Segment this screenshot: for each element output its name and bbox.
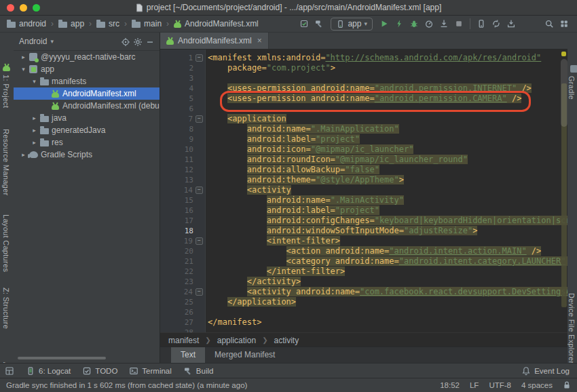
status-widget[interactable]: 18:52: [440, 381, 460, 389]
tree-item-manifests[interactable]: ▾manifests: [14, 75, 160, 87]
breadcrumb-item[interactable]: main: [130, 18, 163, 29]
fold-icon[interactable]: −: [196, 237, 203, 245]
search-icon[interactable]: [542, 17, 557, 31]
tree-item-res[interactable]: ▸res: [14, 136, 160, 149]
tool-window-button-terminal[interactable]: Terminal: [129, 366, 171, 376]
breadcrumb-item[interactable]: app: [57, 18, 86, 29]
tool-window-button-build[interactable]: Build: [183, 366, 214, 376]
apply-changes-icon[interactable]: [392, 17, 407, 31]
breadcrumb-item[interactable]: src: [95, 18, 121, 29]
tree-expand-arrow[interactable]: ▾: [30, 78, 39, 85]
tree-item-androidmanifest-xml[interactable]: AndroidManifest.xml: [14, 87, 160, 100]
stop-icon[interactable]: [451, 17, 466, 31]
gear-icon[interactable]: [133, 37, 142, 46]
code-line[interactable]: </manifest>: [208, 317, 567, 328]
code-line[interactable]: </application>: [208, 297, 567, 307]
code-line[interactable]: android:icon="@mipmap/ic_launcher": [208, 144, 567, 155]
tool-window-button[interactable]: Gradle: [567, 76, 576, 100]
tree-expand-arrow[interactable]: ▸: [30, 127, 39, 134]
code-line[interactable]: <manifest xmlns:android="http://schemas.…: [208, 53, 567, 63]
code-line[interactable]: android:label="project": [208, 134, 567, 144]
event-log-button[interactable]: Event Log: [521, 366, 570, 376]
code-line[interactable]: <action android:name="android.intent.act…: [208, 246, 567, 256]
sdk-manager-icon[interactable]: [504, 17, 519, 31]
fold-icon[interactable]: −: [196, 115, 203, 123]
tool-window-button-todo[interactable]: TODO: [82, 366, 117, 376]
bottom-tab-merged-manifest[interactable]: Merged Manifest: [205, 347, 284, 363]
run-configuration-select[interactable]: app ▾: [331, 18, 373, 31]
code-line[interactable]: <application: [208, 114, 567, 124]
lock-icon[interactable]: [563, 380, 571, 390]
breadcrumb-item[interactable]: android: [5, 18, 48, 29]
code-line[interactable]: <uses-permission android:name="android.p…: [208, 94, 567, 104]
sync-status-icon[interactable]: [297, 17, 312, 31]
code-line[interactable]: </intent-filter>: [208, 267, 567, 277]
code-line[interactable]: android:name=".MainActivity": [208, 195, 567, 205]
hide-panel-icon[interactable]: [145, 37, 154, 46]
tree-expand-arrow[interactable]: ▸: [30, 115, 39, 121]
code-line[interactable]: <activity: [208, 185, 567, 195]
inspections-indicator[interactable]: [561, 52, 566, 56]
status-widget[interactable]: LF: [470, 381, 479, 389]
attach-debugger-icon[interactable]: [436, 17, 451, 31]
tool-window-button-6-logcat[interactable]: 6: Logcat: [26, 366, 71, 376]
breadcrumb-item[interactable]: AndroidManifest.xml: [172, 18, 260, 29]
code-line[interactable]: [208, 328, 567, 332]
tree-item-java[interactable]: ▸java: [14, 112, 160, 124]
tool-windows-icon[interactable]: [5, 366, 14, 376]
xml-breadcrumb-item[interactable]: application: [217, 336, 256, 345]
code-line[interactable]: android:configChanges="keyboard|keyboard…: [208, 216, 567, 226]
tool-window-button[interactable]: Layout Captures: [2, 214, 10, 272]
code-line[interactable]: [208, 104, 567, 114]
bottom-tab-text[interactable]: Text: [171, 347, 205, 363]
code-line[interactable]: android:roundIcon="@mipmap/ic_launcher_r…: [208, 155, 567, 165]
horizontal-scrollbar[interactable]: [18, 357, 106, 359]
fold-icon[interactable]: −: [196, 54, 203, 62]
code-line[interactable]: [208, 307, 567, 317]
tree-item-androidmanifest-xml-debug[interactable]: AndroidManifest.xml (debug): [14, 100, 160, 112]
editor-scrollbar[interactable]: [561, 59, 567, 127]
code-line[interactable]: android:allowBackup="false": [208, 165, 567, 175]
make-project-icon[interactable]: [312, 17, 327, 31]
tool-window-button[interactable]: 1: Project: [2, 75, 10, 108]
code-line[interactable]: android:name=".MainApplication": [208, 124, 567, 134]
fold-icon[interactable]: −: [196, 288, 203, 296]
editor-tab[interactable]: AndroidManifest.xml ×: [160, 33, 269, 49]
code-line[interactable]: android:theme="@style/AppTheme">: [208, 175, 567, 185]
code-line[interactable]: android:windowSoftInputMode="adjustResiz…: [208, 226, 567, 236]
close-tab-icon[interactable]: ×: [257, 36, 262, 45]
tool-window-button[interactable]: Z: Structure: [2, 288, 10, 329]
code-line[interactable]: <intent-filter>: [208, 236, 567, 246]
code-line[interactable]: android:label="project": [208, 205, 567, 216]
debug-icon[interactable]: [407, 17, 422, 31]
fold-icon[interactable]: −: [196, 187, 203, 194]
tree-expand-arrow[interactable]: ▸: [19, 54, 28, 60]
xml-breadcrumb-item[interactable]: manifest: [168, 336, 199, 345]
tree-item-gradle-scripts[interactable]: ▸Gradle Scripts: [14, 149, 160, 161]
tree-item-app[interactable]: ▾app: [14, 63, 160, 75]
status-widget[interactable]: UTF-8: [489, 381, 511, 389]
tree-expand-arrow[interactable]: ▾: [19, 66, 28, 73]
code-line[interactable]: [208, 73, 567, 83]
xml-breadcrumb-item[interactable]: activity: [274, 336, 299, 345]
project-view-selector[interactable]: Android: [19, 37, 47, 46]
code-line[interactable]: </activity>: [208, 277, 567, 287]
tool-window-button[interactable]: Resource Manager: [2, 129, 10, 195]
device-manager-icon[interactable]: [474, 17, 489, 31]
tree-expand-arrow[interactable]: ▸: [19, 151, 28, 158]
tree-item-yyyyu-react-native-barc[interactable]: ▸@yyyyu_react-native-barc: [14, 51, 160, 63]
run-icon[interactable]: [377, 17, 392, 31]
code-line[interactable]: <activity android:name="com.facebook.rea…: [208, 287, 567, 297]
zoom-window-button[interactable]: [33, 4, 40, 12]
locate-file-icon[interactable]: [121, 37, 130, 46]
tree-item-generatedjava[interactable]: ▸generatedJava: [14, 124, 160, 136]
minimize-window-button[interactable]: [20, 4, 27, 12]
project-structure-icon[interactable]: [557, 17, 572, 31]
gradle-sync-icon[interactable]: [489, 17, 504, 31]
code-line[interactable]: <uses-permission android:name="android.p…: [208, 83, 567, 94]
profiler-icon[interactable]: [422, 17, 436, 31]
tree-expand-arrow[interactable]: ▸: [30, 139, 39, 146]
tool-window-button[interactable]: Device File Explorer: [567, 293, 576, 364]
status-widget[interactable]: 4 spaces: [521, 381, 553, 389]
close-window-button[interactable]: [7, 4, 14, 12]
